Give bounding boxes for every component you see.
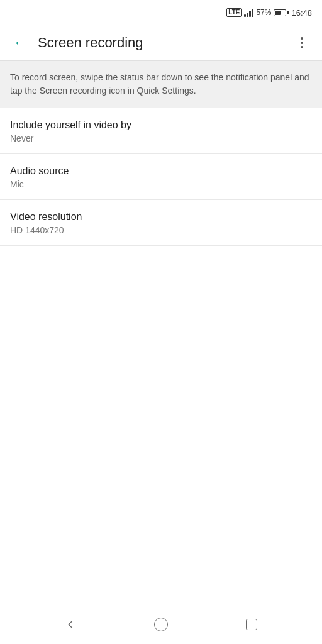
signal-icon: [244, 8, 253, 17]
settings-item-value-include-video: Never: [10, 133, 312, 143]
status-icons: LTE 57% 16:48: [226, 8, 312, 18]
clock: 16:48: [291, 8, 312, 18]
back-nav-icon: [64, 618, 77, 631]
settings-item-include-video[interactable]: Include yourself in video by Never: [0, 108, 322, 154]
settings-item-video-resolution[interactable]: Video resolution HD 1440x720: [0, 200, 322, 246]
settings-item-title-video-resolution: Video resolution: [10, 211, 312, 223]
recents-nav-icon: [246, 619, 257, 630]
settings-item-title-audio-source: Audio source: [10, 165, 312, 177]
back-button[interactable]: ←: [5, 28, 35, 58]
info-banner: To record screen, swipe the status bar d…: [0, 60, 322, 108]
settings-item-value-video-resolution: HD 1440x720: [10, 225, 312, 235]
lte-icon: LTE: [226, 8, 242, 17]
info-text: To record screen, swipe the status bar d…: [10, 72, 309, 96]
settings-item-title-include-video: Include yourself in video by: [10, 119, 312, 131]
status-bar: LTE 57% 16:48: [0, 0, 322, 25]
page-title: Screen recording: [38, 35, 287, 51]
more-options-button[interactable]: [287, 28, 317, 58]
home-nav-button[interactable]: [148, 612, 174, 637]
settings-item-value-audio-source: Mic: [10, 179, 312, 189]
recents-nav-button[interactable]: [239, 612, 264, 637]
back-nav-button[interactable]: [58, 612, 83, 637]
home-nav-icon: [154, 618, 168, 631]
battery-percent: 57%: [256, 8, 271, 17]
settings-list: Include yourself in video by Never Audio…: [0, 108, 322, 246]
app-bar: ← Screen recording: [0, 25, 322, 60]
battery-icon: [274, 9, 289, 16]
settings-item-audio-source[interactable]: Audio source Mic: [0, 154, 322, 200]
navigation-bar: [0, 604, 322, 644]
back-arrow-icon: ←: [13, 36, 27, 50]
more-dots-icon: [301, 37, 303, 48]
